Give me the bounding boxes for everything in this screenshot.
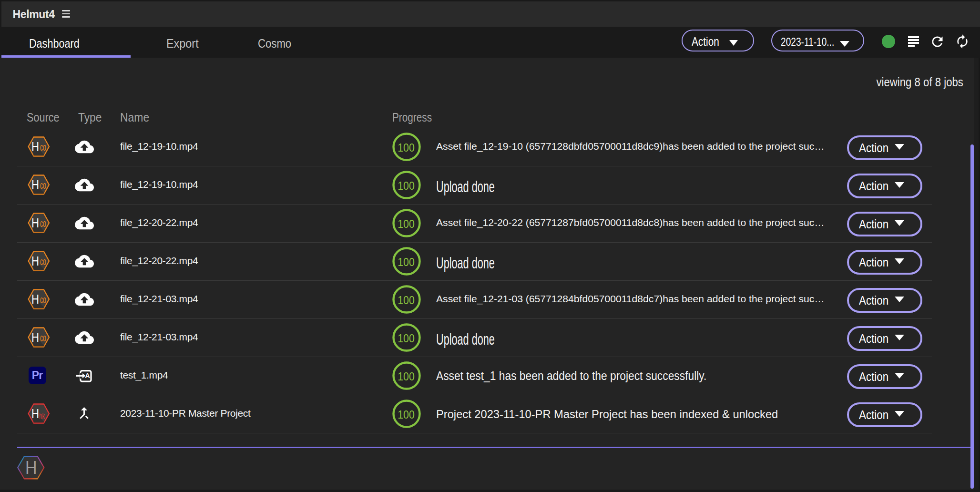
svg-text:A: A [85,372,90,379]
